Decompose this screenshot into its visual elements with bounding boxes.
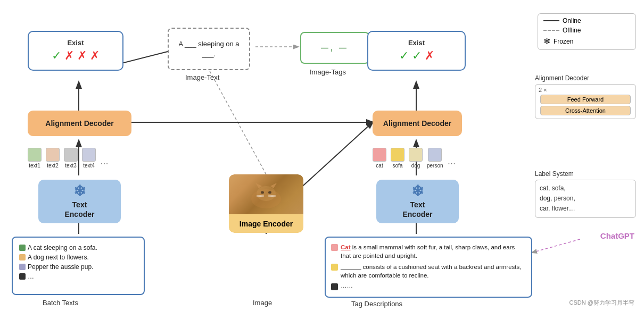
alignment-decoder-left: Alignment Decoder xyxy=(28,111,131,136)
token-sq-1 xyxy=(28,148,42,162)
svg-point-17 xyxy=(257,186,276,201)
image-encoder-box: Image Encoder xyxy=(229,174,303,233)
label-system-title: Label System xyxy=(535,170,636,178)
svg-point-21 xyxy=(268,191,271,194)
batch-text-4: … xyxy=(28,273,34,280)
token-sq-4 xyxy=(82,148,96,162)
snowflake-left: ❄ xyxy=(73,184,86,199)
right-exist-label: Exist xyxy=(408,39,425,47)
align-legend-title: Alignment Decoder xyxy=(535,74,636,82)
batch-item-1: A cat sleeping on a sofa. xyxy=(19,244,137,251)
image-label: Image xyxy=(253,299,272,307)
batch-text-3: Pepper the aussie pup. xyxy=(28,263,93,271)
legend-online-label: Online xyxy=(563,17,581,24)
legend-offline-label: Offline xyxy=(563,27,581,34)
token-sq-cat xyxy=(373,148,386,162)
csdn-watermark: CSDN @努力学习月半弯 xyxy=(569,299,634,307)
cross-icon-1: ✗ xyxy=(64,49,74,63)
label-system-area: Label System cat, sofa,dog, person,car, … xyxy=(535,170,636,218)
bullet-purple xyxy=(19,264,26,270)
bullet-orange xyxy=(19,254,26,260)
batch-item-3: Pepper the aussie pup. xyxy=(19,263,137,271)
legend-frozen: ❄ Frozen xyxy=(543,36,630,46)
image-text-content: A ___ sleeping on a ___. xyxy=(172,39,246,60)
legend-offline: Offline xyxy=(543,27,630,34)
bullet-black xyxy=(19,273,26,280)
check-icon-1: ✓ xyxy=(52,49,61,63)
left-exist-box: Exist ✓ ✗ ✗ ✗ xyxy=(28,31,123,71)
chatgpt-label: ChatGPT xyxy=(600,231,634,241)
token-label-4: text4 xyxy=(83,163,95,169)
text-encoder-right: ❄ TextEncoder xyxy=(376,180,459,223)
cross-icon-2: ✗ xyxy=(77,49,87,63)
cross-attention-item: Cross-Attention xyxy=(540,106,631,115)
tag-bullet-cat xyxy=(331,244,338,251)
image-text-box: A ___ sleeping on a ___. xyxy=(168,28,250,70)
token-label-dog: dog xyxy=(411,163,420,169)
line-offline xyxy=(543,30,559,31)
snowflake-right: ❄ xyxy=(411,184,424,199)
batch-item-2: A dog next to flowers. xyxy=(19,254,137,261)
batch-texts-box: A cat sleeping on a sofa. A dog next to … xyxy=(12,237,145,295)
chatgpt-text: ChatGPT xyxy=(600,231,634,240)
legend-frozen-label: Frozen xyxy=(554,38,573,45)
dots-right: … xyxy=(448,157,456,166)
label-system-box: cat, sofa,dog, person,car, flower… xyxy=(535,180,636,218)
token-label-person: person xyxy=(427,163,443,169)
tag-bullet-sofa xyxy=(331,264,338,271)
cat-image xyxy=(229,174,303,214)
token-label-3: text3 xyxy=(65,163,77,169)
batch-texts-label: Batch Texts xyxy=(43,299,78,307)
legend-area: Online Offline ❄ Frozen xyxy=(538,13,636,50)
svg-point-20 xyxy=(261,191,264,194)
batch-text-2: A dog next to flowers. xyxy=(28,254,89,261)
token-sq-3 xyxy=(64,148,78,162)
token-label-cat: cat xyxy=(376,163,383,169)
tag-descriptions-label: Tag Descriptions xyxy=(351,300,402,308)
tag-text-cat: Cat is a small mammal with soft fur, a t… xyxy=(341,243,526,260)
text-encoder-left-label: TextEncoder xyxy=(64,200,94,219)
check-icon-2: ✓ xyxy=(399,49,409,63)
image-text-label: Image-Text xyxy=(185,73,219,81)
left-exist-label: Exist xyxy=(67,39,84,47)
check-icon-3: ✓ xyxy=(412,49,422,63)
cross-icon-3: ✗ xyxy=(90,49,100,63)
image-tags-content: —, — xyxy=(321,44,349,52)
bullet-green xyxy=(19,245,26,251)
token-label-1: text1 xyxy=(29,163,40,169)
token-label-2: text2 xyxy=(47,163,59,169)
tag-bullet-more xyxy=(331,283,338,290)
snowflake-legend: ❄ xyxy=(543,36,550,46)
image-tags-box: —, — xyxy=(300,32,369,64)
token-sq-sofa xyxy=(391,148,404,162)
tag-item-cat: Cat is a small mammal with soft fur, a t… xyxy=(331,243,526,260)
svg-line-5 xyxy=(298,122,373,190)
right-exist-box: Exist ✓ ✓ ✗ xyxy=(367,31,466,71)
image-encoder-label: Image Encoder xyxy=(229,214,303,233)
token-label-sofa: sofa xyxy=(393,163,403,169)
tag-text-sofa: ______ consists of a cushioned seat with… xyxy=(341,263,526,280)
batch-item-4: … xyxy=(19,273,137,280)
label-system-text: cat, sofa,dog, person,car, flower… xyxy=(540,183,631,214)
diagram-container: Exist ✓ ✗ ✗ ✗ A ___ sleeping on a ___. I… xyxy=(0,0,644,311)
cat-svg xyxy=(245,179,287,211)
token-sq-dog xyxy=(409,148,423,162)
tag-item-sofa: ______ consists of a cushioned seat with… xyxy=(331,263,526,280)
align-legend-box: 2 × Feed Forward Cross-Attention xyxy=(535,84,636,119)
alignment-decoder-right: Alignment Decoder xyxy=(373,111,462,136)
tag-text-more: …… xyxy=(341,282,353,289)
line-online xyxy=(543,20,559,21)
cross-icon-4: ✗ xyxy=(425,49,434,63)
token-sq-2 xyxy=(46,148,60,162)
text-encoder-left: ❄ TextEncoder xyxy=(38,180,121,223)
text-encoder-right-label: TextEncoder xyxy=(402,200,432,219)
batch-text-1: A cat sleeping on a sofa. xyxy=(28,244,97,251)
tag-desc-box: Cat is a small mammal with soft fur, a t… xyxy=(325,237,532,298)
right-tokens-row: cat sofa dog person … xyxy=(373,148,456,169)
align-legend-multiplier: 2 × xyxy=(539,87,632,93)
left-tokens-row: text1 text2 text3 text4 … xyxy=(28,148,109,169)
svg-line-13 xyxy=(532,239,580,253)
image-tags-label: Image-Tags xyxy=(310,68,346,76)
legend-box: Online Offline ❄ Frozen xyxy=(538,13,636,50)
tag-item-more: …… xyxy=(331,282,526,290)
